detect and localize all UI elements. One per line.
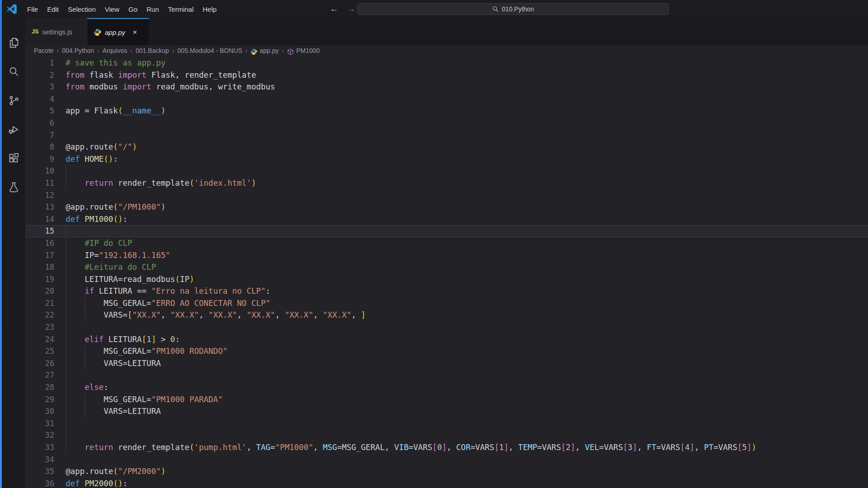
chevron-right-icon: › xyxy=(245,47,248,54)
menu-file[interactable]: File xyxy=(23,0,42,18)
code-line[interactable]: 30 VARS=LEITURA xyxy=(25,405,868,418)
activity-extensions-button[interactable] xyxy=(3,144,24,173)
line-number[interactable]: 25 xyxy=(25,345,54,357)
code-line[interactable]: 14def PM1000(): xyxy=(25,213,868,225)
line-number[interactable]: 17 xyxy=(25,249,54,262)
code-line[interactable]: 32 xyxy=(25,429,868,441)
line-number[interactable]: 21 xyxy=(25,297,54,310)
tab-settings-js[interactable]: JS settings.js xyxy=(25,18,87,45)
breadcrumb-item-005-modulo4-bonus[interactable]: 005.Modulo4 - BONUS xyxy=(178,47,242,54)
code-line[interactable]: 11 return render_template('index.html') xyxy=(25,177,868,189)
line-number[interactable]: 12 xyxy=(25,189,54,202)
code-line[interactable]: 7 xyxy=(25,129,868,141)
code-line[interactable]: 36def PM2000(): xyxy=(25,478,868,488)
code-line[interactable]: 33 return render_template('pump.html', T… xyxy=(25,441,868,454)
code-line[interactable]: 29 MSG_GERAL="PM1000 PARADA" xyxy=(25,394,868,406)
close-tab-icon[interactable]: ✕ xyxy=(132,29,137,36)
tab-app-py[interactable]: app.py ✕ xyxy=(87,18,149,45)
code-line[interactable]: 1# save this as app.py xyxy=(25,57,868,69)
code-line[interactable]: 12 xyxy=(25,189,868,202)
line-number[interactable]: 26 xyxy=(25,357,54,370)
line-number[interactable]: 30 xyxy=(25,405,54,418)
activity-source-control-button[interactable] xyxy=(3,86,24,115)
breadcrumb-item-001-backup[interactable]: 001.Backup xyxy=(136,47,169,54)
code-line[interactable]: 19 LEITURA=read_modbus(IP) xyxy=(25,273,868,286)
line-number[interactable]: 1 xyxy=(25,57,54,69)
line-number[interactable]: 22 xyxy=(25,309,54,321)
code-line[interactable]: 26 VARS=LEITURA xyxy=(25,357,868,370)
code-line[interactable]: 34 xyxy=(25,454,868,466)
line-number[interactable]: 15 xyxy=(25,225,54,237)
line-number[interactable]: 35 xyxy=(25,465,54,478)
line-number[interactable]: 27 xyxy=(25,369,54,381)
menu-view[interactable]: View xyxy=(100,0,124,18)
activity-testing-button[interactable] xyxy=(3,173,24,202)
code-line[interactable]: 13@app.route("/PM1000") xyxy=(25,201,868,213)
code-line[interactable]: 4 xyxy=(25,93,868,105)
code-line[interactable]: 8@app.route("/") xyxy=(25,141,868,153)
line-number[interactable]: 14 xyxy=(25,213,54,225)
code-line[interactable]: 9def HOME(): xyxy=(25,153,868,165)
menu-help[interactable]: Help xyxy=(198,0,221,18)
line-number[interactable]: 33 xyxy=(25,441,54,454)
code-line[interactable]: 17 IP="192.168.1.165" xyxy=(25,249,868,262)
code-line[interactable]: 35@app.route("/PM2000") xyxy=(25,465,868,478)
line-number[interactable]: 5 xyxy=(25,105,54,117)
activity-search-button[interactable] xyxy=(3,57,24,86)
line-number[interactable]: 36 xyxy=(25,478,54,488)
code-line[interactable]: 28 else: xyxy=(25,381,868,394)
line-number[interactable]: 8 xyxy=(25,141,54,153)
line-number[interactable]: 16 xyxy=(25,237,54,249)
command-center-search[interactable]: 010.Python xyxy=(357,3,669,15)
line-number[interactable]: 18 xyxy=(25,261,54,273)
code-line[interactable]: 15 xyxy=(25,225,868,237)
code-line[interactable]: 20 if LEITURA == "Erro na leitura no CLP… xyxy=(25,285,868,297)
back-button[interactable]: ← xyxy=(328,4,340,14)
line-number[interactable]: 10 xyxy=(25,165,54,177)
code-line[interactable]: 27 xyxy=(25,369,868,381)
line-number[interactable]: 3 xyxy=(25,81,54,93)
code-line[interactable]: 21 MSG_GERAL="ERRO AO CONECTAR NO CLP" xyxy=(25,297,868,310)
activity-run-debug-button[interactable] xyxy=(3,115,24,144)
breadcrumb-item-arquivos[interactable]: Arquivos xyxy=(103,47,127,54)
menu-selection[interactable]: Selection xyxy=(63,0,100,18)
breadcrumb-item-pm1000[interactable]: PM1000 xyxy=(296,47,320,54)
code-line[interactable]: 24 elif LEITURA[1] > 0: xyxy=(25,333,868,346)
code-line[interactable]: 16 #IP do CLP xyxy=(25,237,868,249)
line-number[interactable]: 13 xyxy=(25,201,54,213)
menu-run[interactable]: Run xyxy=(142,0,164,18)
forward-button[interactable]: → xyxy=(345,4,357,14)
breadcrumb-item-app-py[interactable]: app.py xyxy=(259,47,278,54)
line-number[interactable]: 19 xyxy=(25,273,54,286)
line-number[interactable]: 4 xyxy=(25,93,54,105)
line-number[interactable]: 32 xyxy=(25,429,54,441)
code-line[interactable]: 3from modbus import read_modbus, write_m… xyxy=(25,81,868,93)
line-number[interactable]: 31 xyxy=(25,418,54,430)
menu-edit[interactable]: Edit xyxy=(42,0,63,18)
line-number[interactable]: 20 xyxy=(25,285,54,297)
line-number[interactable]: 2 xyxy=(25,69,54,81)
line-number[interactable]: 7 xyxy=(25,129,54,141)
code-line[interactable]: 10 xyxy=(25,165,868,177)
breadcrumb-item-004-python[interactable]: 004.Python xyxy=(62,47,94,54)
activity-explorer-button[interactable] xyxy=(3,28,24,57)
breadcrumb-item-pacote[interactable]: Pacote xyxy=(34,47,54,54)
line-number[interactable]: 23 xyxy=(25,321,54,333)
code-line[interactable]: 6 xyxy=(25,117,868,129)
code-line[interactable]: 5app = Flask(__name__) xyxy=(25,105,868,117)
code-line[interactable]: 18 #Leitura do CLP xyxy=(25,261,868,273)
line-number[interactable]: 34 xyxy=(25,454,54,466)
code-line[interactable]: 23 xyxy=(25,321,868,333)
line-number[interactable]: 29 xyxy=(25,394,54,406)
line-number[interactable]: 9 xyxy=(25,153,54,165)
line-number[interactable]: 28 xyxy=(25,381,54,394)
code-line[interactable]: 31 xyxy=(25,418,868,430)
menu-go[interactable]: Go xyxy=(124,0,142,18)
menu-terminal[interactable]: Terminal xyxy=(164,0,198,18)
line-number[interactable]: 6 xyxy=(25,117,54,129)
line-number[interactable]: 11 xyxy=(25,177,54,189)
code-line[interactable]: 2from flask import Flask, render_templat… xyxy=(25,69,868,81)
line-number[interactable]: 24 xyxy=(25,333,54,346)
code-line[interactable]: 25 MSG_GERAL="PM1000 RODANDO" xyxy=(25,345,868,357)
code-line[interactable]: 22 VARS=["XX.X", "XX.X", "XX.X", "XX.X",… xyxy=(25,309,868,321)
